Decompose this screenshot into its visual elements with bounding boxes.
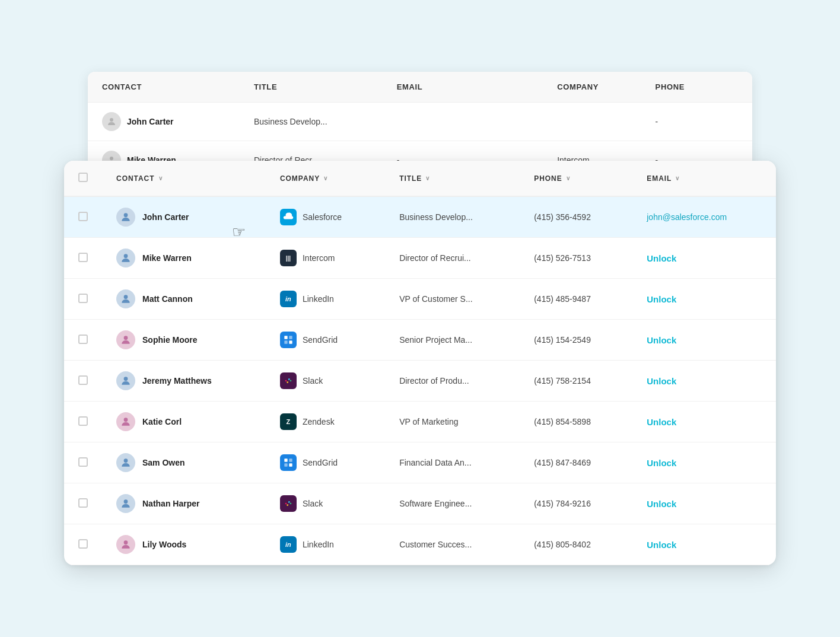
unlock-button[interactable]: Unlock: [647, 417, 676, 427]
phone-cell: (415) 526-7513: [520, 238, 632, 279]
svg-point-13: [124, 418, 128, 422]
email-cell[interactable]: john@salesforce.com: [632, 196, 776, 238]
table-row: Lily Woods in LinkedIn Customer Succes..…: [64, 524, 776, 565]
email-cell[interactable]: Unlock: [632, 238, 776, 279]
intercom-logo: |||: [280, 250, 297, 266]
col-label-company: COMPANY: [280, 174, 320, 183]
contact-name: Nathan Harper: [142, 499, 199, 508]
phone-cell: (415) 485-9487: [520, 279, 632, 320]
unlock-button[interactable]: Unlock: [647, 499, 676, 509]
row-checkbox-cell[interactable]: [64, 196, 102, 238]
company-name: Slack: [303, 499, 323, 508]
email-cell[interactable]: Unlock: [632, 320, 776, 361]
company-name: Salesforce: [303, 212, 342, 222]
contact-name: Sam Owen: [142, 458, 185, 467]
row-checkbox[interactable]: [78, 294, 88, 303]
row-checkbox[interactable]: [78, 253, 88, 262]
contact-name: Jeremy Matthews: [142, 376, 212, 386]
bg-contact-name: John Carter: [127, 117, 174, 126]
col-header-phone[interactable]: PHONE ∨: [520, 161, 632, 196]
header-checkbox[interactable]: [78, 173, 88, 182]
bg-col-phone: PHONE: [641, 72, 752, 103]
email-cell[interactable]: Unlock: [632, 442, 776, 483]
company-cell: SendGrid: [266, 320, 385, 361]
company-cell: Z Zendesk: [266, 402, 385, 442]
title-cell: Customer Succes...: [385, 524, 520, 565]
row-checkbox-cell[interactable]: [64, 402, 102, 442]
email-cell[interactable]: Unlock: [632, 524, 776, 565]
unlock-button[interactable]: Unlock: [647, 335, 676, 345]
unlock-button[interactable]: Unlock: [647, 253, 676, 263]
company-name: LinkedIn: [303, 540, 334, 549]
row-checkbox-cell[interactable]: [64, 238, 102, 279]
phone-cell: (415) 847-8469: [520, 442, 632, 483]
contact-name: Matt Cannon: [142, 294, 193, 304]
row-checkbox-cell[interactable]: [64, 279, 102, 320]
row-checkbox[interactable]: [78, 375, 88, 385]
svg-rect-18: [289, 463, 292, 466]
row-checkbox-cell[interactable]: [64, 442, 102, 483]
select-all-header[interactable]: [64, 161, 102, 196]
svg-point-0: [110, 118, 113, 122]
contact-cell: Jeremy Matthews: [102, 361, 266, 402]
unlock-button[interactable]: Unlock: [647, 294, 676, 304]
table-row: Sophie Moore SendGrid Senior Project Ma.…: [64, 320, 776, 361]
company-cell: Salesforce: [266, 196, 385, 238]
table-row: Jeremy Matthews Slack Director of Produ.…: [64, 361, 776, 402]
contact-cell: Mike Warren: [102, 238, 266, 279]
avatar-img: [116, 494, 135, 513]
phone-cell: (415) 784-9216: [520, 483, 632, 524]
col-header-company[interactable]: COMPANY ∨: [266, 161, 385, 196]
bg-col-email: EMAIL: [383, 72, 543, 103]
company-name: Zendesk: [303, 417, 335, 426]
table-row: Nathan Harper Slack Software Enginee... …: [64, 483, 776, 524]
bg-avatar: [102, 112, 121, 131]
table-row: John Carter ☞ Salesforce Business Develo…: [64, 196, 776, 238]
bg-company-cell: [543, 103, 641, 141]
row-checkbox[interactable]: [78, 539, 88, 549]
unlock-button[interactable]: Unlock: [647, 458, 676, 468]
svg-point-14: [124, 458, 128, 463]
title-cell: VP of Customer S...: [385, 279, 520, 320]
unlock-button[interactable]: Unlock: [647, 376, 676, 386]
row-checkbox[interactable]: [78, 498, 88, 508]
row-checkbox[interactable]: [78, 457, 88, 467]
row-checkbox-cell[interactable]: [64, 524, 102, 565]
contact-cell: John Carter ☞: [102, 196, 266, 238]
row-checkbox[interactable]: [78, 212, 88, 221]
email-cell[interactable]: Unlock: [632, 279, 776, 320]
svg-point-5: [124, 254, 128, 258]
phone-cell: (415) 854-5898: [520, 402, 632, 442]
email-cell[interactable]: Unlock: [632, 361, 776, 402]
contact-name: Sophie Moore: [142, 335, 198, 345]
avatar-img: [116, 330, 135, 349]
linkedin-logo: in: [280, 536, 297, 553]
company-cell: ||| Intercom: [266, 238, 385, 279]
email-cell[interactable]: Unlock: [632, 483, 776, 524]
title-cell: Financial Data An...: [385, 442, 520, 483]
col-header-contact[interactable]: CONTACT ∨: [102, 161, 266, 196]
col-header-email[interactable]: EMAIL ∨: [632, 161, 776, 196]
svg-rect-17: [284, 463, 287, 466]
page-wrapper: CONTACT TITLE EMAIL COMPANY PHONE John C…: [64, 72, 776, 565]
row-checkbox[interactable]: [78, 416, 88, 426]
col-header-title[interactable]: TITLE ∨: [385, 161, 520, 196]
slack-logo: [280, 372, 297, 389]
row-checkbox[interactable]: [78, 335, 88, 344]
sendgrid-logo: [280, 454, 297, 471]
svg-rect-10: [284, 340, 287, 343]
email-cell[interactable]: Unlock: [632, 402, 776, 442]
email-link[interactable]: john@salesforce.com: [647, 212, 727, 222]
svg-point-20: [124, 540, 128, 544]
row-checkbox-cell[interactable]: [64, 361, 102, 402]
sort-arrow-phone: ∨: [566, 175, 571, 181]
zendesk-logo: Z: [280, 413, 297, 430]
title-cell: Software Enginee...: [385, 483, 520, 524]
company-name: SendGrid: [303, 458, 338, 467]
unlock-button[interactable]: Unlock: [647, 540, 676, 550]
row-checkbox-cell[interactable]: [64, 483, 102, 524]
table-row: Katie Corl Z Zendesk VP of Marketing (41…: [64, 402, 776, 442]
svg-point-12: [124, 377, 128, 381]
row-checkbox-cell[interactable]: [64, 320, 102, 361]
avatar-img: [116, 208, 135, 227]
